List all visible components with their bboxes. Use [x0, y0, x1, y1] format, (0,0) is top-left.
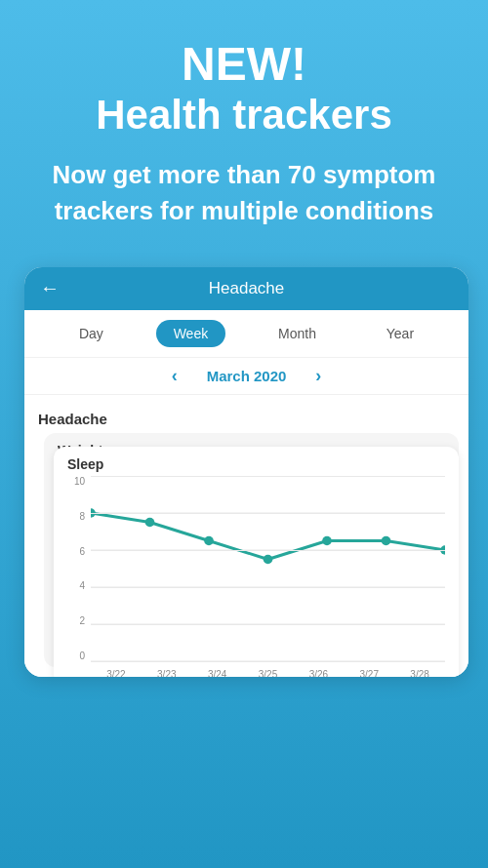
y-label-4: 4 [79, 580, 85, 591]
card-stack: ← Headache Day Week Month Year ‹ March 2… [20, 267, 468, 696]
sleep-chart: 10 8 6 4 2 0 [67, 476, 445, 661]
card-title: Headache [209, 279, 285, 298]
chart-grid [91, 476, 445, 661]
y-label-0: 0 [79, 651, 85, 661]
x-label-322: 3/22 [91, 669, 142, 677]
tab-month[interactable]: Month [261, 320, 334, 347]
grid-line-3 [91, 587, 445, 588]
x-label-325: 3/25 [243, 669, 294, 677]
x-label-323: 3/23 [142, 669, 192, 677]
tab-year[interactable]: Year [369, 320, 431, 347]
date-nav: ‹ March 2020 › [24, 358, 468, 395]
prev-date-button[interactable]: ‹ [172, 366, 178, 386]
chart-body: 3/22 3/23 3/24 3/25 3/26 3/27 3/28 [91, 476, 445, 661]
chart-area: Headache Weight Sleep 10 8 6 4 [24, 395, 468, 677]
x-label-328: 3/28 [394, 669, 445, 677]
x-label-327: 3/27 [344, 669, 394, 677]
hero-title: Health trackers [29, 91, 459, 139]
y-axis: 10 8 6 4 2 0 [67, 476, 91, 661]
grid-line-1 [91, 513, 445, 514]
grid-line-4 [91, 624, 445, 625]
card-header: ← Headache [24, 267, 468, 310]
y-label-8: 8 [79, 511, 85, 522]
tab-day[interactable]: Day [61, 320, 121, 347]
next-date-button[interactable]: › [315, 366, 321, 386]
x-axis: 3/22 3/23 3/24 3/25 3/26 3/27 3/28 [91, 665, 445, 677]
hero-section: NEW! Health trackers Now get more than 7… [0, 0, 488, 248]
tab-week[interactable]: Week [156, 320, 226, 347]
y-label-2: 2 [79, 615, 85, 626]
hero-new-label: NEW! [29, 39, 459, 91]
grid-line-0 [91, 476, 445, 477]
sleep-title: Sleep [67, 456, 445, 472]
tab-bar: Day Week Month Year [24, 310, 468, 358]
hero-subtitle: Now get more than 70 symptom trackers fo… [29, 157, 459, 228]
sleep-card: Sleep 10 8 6 4 2 0 [54, 447, 459, 677]
y-label-10: 10 [74, 476, 85, 487]
y-label-6: 6 [79, 546, 85, 557]
x-label-324: 3/24 [192, 669, 243, 677]
grid-line-5 [91, 661, 445, 662]
grid-line-2 [91, 550, 445, 551]
x-label-326: 3/26 [293, 669, 344, 677]
headache-section-title: Headache [34, 405, 459, 429]
main-card: ← Headache Day Week Month Year ‹ March 2… [24, 267, 468, 677]
inner-card-stack: Weight Sleep 10 8 6 4 2 0 [34, 433, 459, 677]
current-date: March 2020 [207, 368, 287, 384]
back-button[interactable]: ← [40, 277, 60, 299]
